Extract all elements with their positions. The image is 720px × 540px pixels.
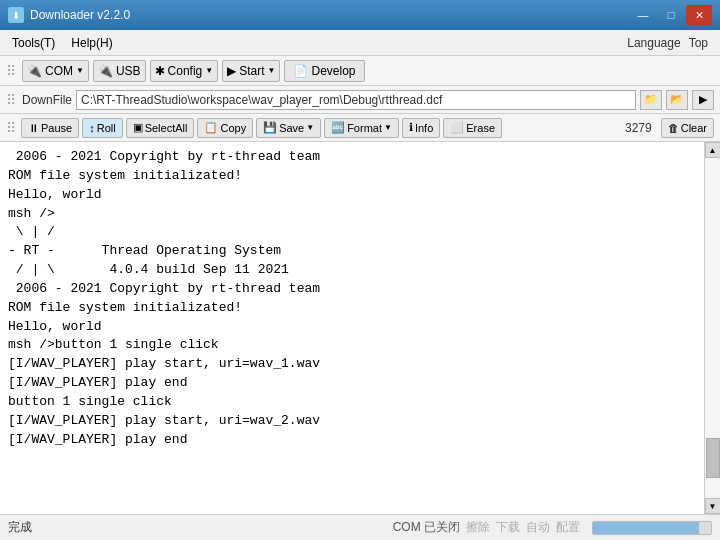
format-label: Format	[347, 122, 382, 134]
clear-label: Clear	[681, 122, 707, 134]
terminal-line: 2006 - 2021 Copyright by rt-thread team	[8, 148, 696, 167]
config-icon: ✱	[155, 64, 165, 78]
roll-button[interactable]: ↕ Roll	[82, 118, 122, 138]
terminal-line: [I/WAV_PLAYER] play start, uri=wav_2.wav	[8, 412, 696, 431]
erase-label: Erase	[466, 122, 495, 134]
auto-status: 自动	[526, 519, 550, 536]
pause-icon: ⏸	[28, 122, 39, 134]
usb-icon: 🔌	[27, 64, 42, 78]
copy-label: Copy	[220, 122, 246, 134]
toolbar-actions: ⠿ ⏸ Pause ↕ Roll ▣ SelectAll 📋 Copy 💾 Sa…	[0, 114, 720, 142]
window-controls: — □ ✕	[630, 5, 712, 25]
config-arrow: ▼	[205, 66, 213, 75]
start-label: Start	[239, 64, 264, 78]
folder-button[interactable]: 📁	[640, 90, 662, 110]
erase-button[interactable]: ⬜ Erase	[443, 118, 502, 138]
save-label: Save	[279, 122, 304, 134]
roll-label: Roll	[97, 122, 116, 134]
terminal-output[interactable]: 2006 - 2021 Copyright by rt-thread teamR…	[0, 142, 704, 514]
menu-bar: Tools(T) Help(H) Language Top	[0, 30, 720, 56]
terminal-line: Hello, world	[8, 186, 696, 205]
develop-button[interactable]: 📄 Develop	[284, 60, 364, 82]
scroll-up[interactable]: ▲	[705, 142, 721, 158]
config-label: Config	[168, 64, 203, 78]
language-button[interactable]: Language	[627, 36, 680, 50]
format-arrow: ▼	[384, 123, 392, 132]
maximize-button[interactable]: □	[658, 5, 684, 25]
scroll-track[interactable]	[705, 158, 720, 498]
usb-icon2: 🔌	[98, 64, 113, 78]
pause-label: Pause	[41, 122, 72, 134]
action-button[interactable]: ▶	[692, 90, 714, 110]
clear-button[interactable]: 🗑 Clear	[661, 118, 714, 138]
status-center: COM 已关闭 擦除 下载 自动 配置	[393, 519, 580, 536]
status-bar: 完成 COM 已关闭 擦除 下载 自动 配置	[0, 514, 720, 540]
terminal-line: \ | /	[8, 223, 696, 242]
app-icon: ⬇	[8, 7, 24, 23]
terminal-line: - RT - Thread Operating System	[8, 242, 696, 261]
terminal-line: [I/WAV_PLAYER] play start, uri=wav_1.wav	[8, 355, 696, 374]
erase-status: 擦除	[466, 519, 490, 536]
develop-label: Develop	[311, 64, 355, 78]
usb-label: USB	[116, 64, 141, 78]
terminal-line: ROM file system initializated!	[8, 299, 696, 318]
config-status: 配置	[556, 519, 580, 536]
info-icon: ℹ	[409, 121, 413, 134]
close-button[interactable]: ✕	[686, 5, 712, 25]
com-label: COM	[45, 64, 73, 78]
progress-bar	[592, 521, 712, 535]
copy-icon: 📋	[204, 121, 218, 134]
select-all-icon: ▣	[133, 121, 143, 134]
select-all-button[interactable]: ▣ SelectAll	[126, 118, 195, 138]
start-arrow: ▼	[268, 66, 276, 75]
minimize-button[interactable]: —	[630, 5, 656, 25]
com-dropdown[interactable]: 🔌 COM ▼	[22, 60, 89, 82]
toolbar-grip-1: ⠿	[6, 63, 16, 79]
pause-button[interactable]: ⏸ Pause	[21, 118, 79, 138]
terminal-line: [I/WAV_PLAYER] play end	[8, 374, 696, 393]
config-dropdown[interactable]: ✱ Config ▼	[150, 60, 219, 82]
download-status: 下载	[496, 519, 520, 536]
terminal-line: [I/WAV_PLAYER] play end	[8, 431, 696, 450]
erase-icon: ⬜	[450, 121, 464, 134]
develop-icon: 📄	[293, 64, 308, 78]
menu-right: Language Top	[627, 36, 716, 50]
save-arrow: ▼	[306, 123, 314, 132]
clear-icon: 🗑	[668, 122, 679, 134]
terminal-line: ROM file system initializated!	[8, 167, 696, 186]
terminal-line: 2006 - 2021 Copyright by rt-thread team	[8, 280, 696, 299]
info-button[interactable]: ℹ Info	[402, 118, 440, 138]
terminal-line: / | \ 4.0.4 build Sep 11 2021	[8, 261, 696, 280]
toolbar-main: ⠿ 🔌 COM ▼ 🔌 USB ✱ Config ▼ ▶ Start ▼ 📄 D…	[0, 56, 720, 86]
com-status: COM 已关闭	[393, 519, 460, 536]
save-dropdown[interactable]: 💾 Save ▼	[256, 118, 321, 138]
terminal-line: msh />button 1 single click	[8, 336, 696, 355]
terminal-wrapper: 2006 - 2021 Copyright by rt-thread teamR…	[0, 142, 720, 514]
com-arrow: ▼	[76, 66, 84, 75]
title-text: Downloader v2.2.0	[30, 8, 630, 22]
format-icon: 🔤	[331, 121, 345, 134]
top-button[interactable]: Top	[689, 36, 708, 50]
downfile-path-input[interactable]	[76, 90, 636, 110]
terminal-line: Hello, world	[8, 318, 696, 337]
toolbar-grip-2: ⠿	[6, 92, 16, 108]
info-label: Info	[415, 122, 433, 134]
toolbar-grip-3: ⠿	[6, 120, 16, 136]
line-count: 3279	[625, 121, 652, 135]
select-all-label: SelectAll	[145, 122, 188, 134]
scrollbar[interactable]: ▲ ▼	[704, 142, 720, 514]
status-left: 完成	[8, 519, 381, 536]
copy-button[interactable]: 📋 Copy	[197, 118, 253, 138]
progress-fill	[593, 522, 699, 534]
open-button[interactable]: 📂	[666, 90, 688, 110]
format-dropdown[interactable]: 🔤 Format ▼	[324, 118, 399, 138]
menu-help[interactable]: Help(H)	[63, 33, 120, 53]
scroll-thumb[interactable]	[706, 438, 720, 478]
downfile-label: DownFile	[22, 93, 72, 107]
save-icon: 💾	[263, 121, 277, 134]
menu-tools[interactable]: Tools(T)	[4, 33, 63, 53]
roll-icon: ↕	[89, 122, 95, 134]
usb-dropdown[interactable]: 🔌 USB	[93, 60, 146, 82]
start-dropdown[interactable]: ▶ Start ▼	[222, 60, 280, 82]
scroll-down[interactable]: ▼	[705, 498, 721, 514]
